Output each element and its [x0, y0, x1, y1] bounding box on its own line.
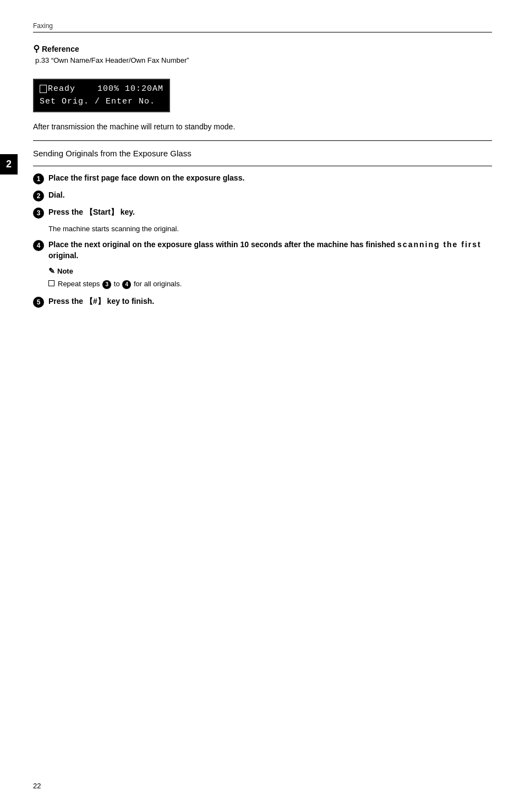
reference-text: p.33 “Own Name/Fax Header/Own Fax Number… [35, 56, 492, 64]
lcd-line1: Ready 100% 10:20AM [40, 83, 163, 96]
lcd-cursor-icon [40, 85, 47, 93]
reference-icon: ⚲ [33, 43, 40, 54]
note-checkbox [48, 280, 54, 286]
step-1: 1 Place the first page face down on the … [33, 173, 492, 184]
note-section: ✎ Note Repeat steps 3 to 4 for all origi… [48, 266, 492, 290]
step-ref-4: 4 [122, 280, 131, 289]
note-text-1: Repeat steps 3 to 4 for all originals. [58, 279, 182, 290]
section-divider-bottom [33, 166, 492, 166]
step-text-4: Place the next original on the exposure … [48, 239, 492, 261]
page-container: 2 Faxing ⚲ Reference p.33 “Own Name/Fax … [0, 0, 525, 812]
step-text-5: Press the 【#】 key to finish. [48, 296, 492, 307]
lcd-display: Ready 100% 10:20AM Set Orig. / Enter No. [33, 79, 170, 112]
reference-title: ⚲ Reference [33, 43, 492, 54]
step-number-2: 2 [33, 190, 44, 201]
page-header: Faxing [33, 22, 492, 32]
step-ref-3: 3 [102, 280, 111, 289]
step-3-subtext: The machine starts scanning the original… [48, 224, 492, 234]
chapter-label: Faxing [33, 22, 53, 30]
step-2: 2 Dial. [33, 190, 492, 201]
step-text-2: Dial. [48, 190, 492, 201]
step-number-3: 3 [33, 208, 44, 219]
note-item-1: Repeat steps 3 to 4 for all originals. [48, 279, 492, 290]
note-title: ✎ Note [48, 266, 492, 275]
step-4: 4 Place the next original on the exposur… [33, 239, 492, 261]
chapter-tab: 2 [0, 154, 18, 175]
step-5: 5 Press the 【#】 key to finish. [33, 296, 492, 308]
step-number-4: 4 [33, 240, 44, 251]
lcd-line2: Set Orig. / Enter No. [40, 96, 163, 108]
section-heading: Sending Originals from the Exposure Glas… [33, 148, 492, 159]
section-divider-top [33, 140, 492, 141]
step-3: 3 Press the 【Start】 key. [33, 207, 492, 219]
step-number-1: 1 [33, 173, 44, 184]
step-text-3: Press the 【Start】 key. [48, 207, 492, 218]
content-area: Faxing ⚲ Reference p.33 “Own Name/Fax He… [33, 0, 492, 308]
note-icon: ✎ [48, 266, 55, 275]
reference-section: ⚲ Reference p.33 “Own Name/Fax Header/Ow… [33, 43, 492, 64]
page-number: 22 [33, 782, 41, 790]
step-number-5: 5 [33, 297, 44, 308]
step-text-1: Place the first page face down on the ex… [48, 173, 492, 184]
standby-text: After transmission the machine will retu… [33, 121, 492, 133]
